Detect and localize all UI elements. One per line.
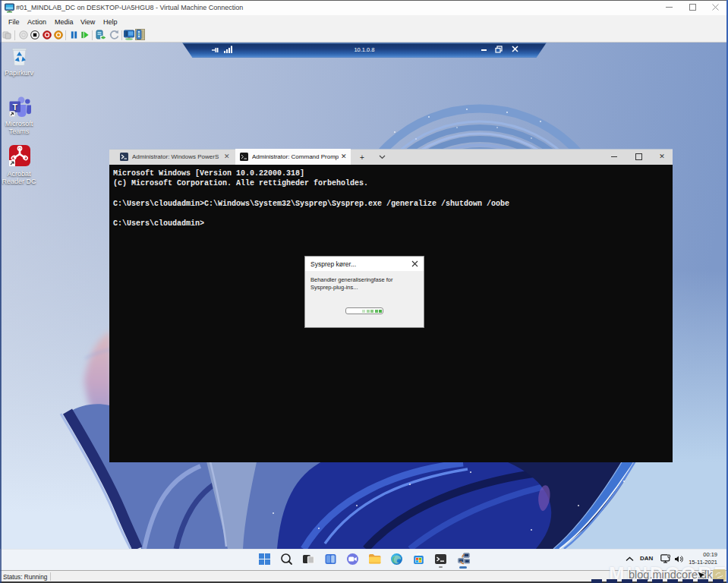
- svg-text:T: T: [12, 102, 17, 112]
